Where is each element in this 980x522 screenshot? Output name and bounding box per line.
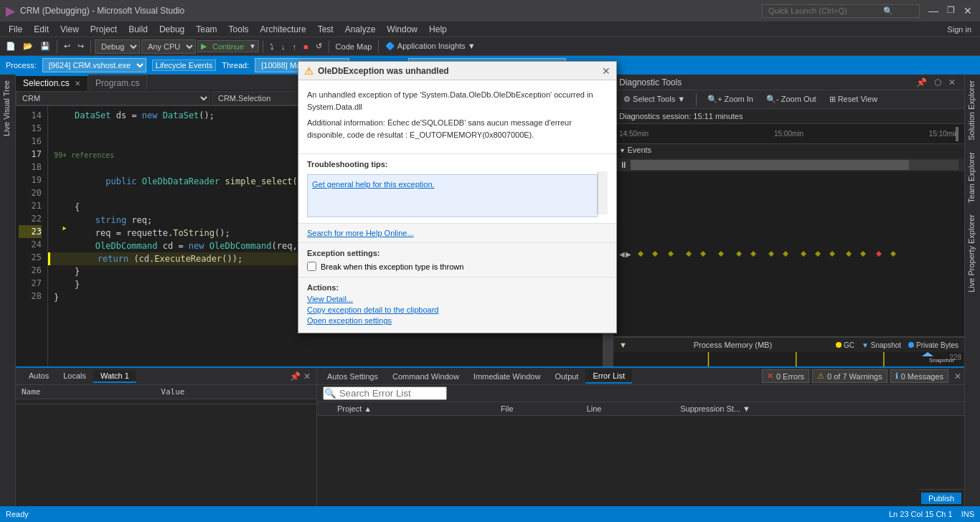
actions-title: Actions: — [307, 283, 608, 292]
menu-help[interactable]: Help — [423, 23, 453, 36]
nav-right-icon[interactable]: ▶ — [626, 250, 631, 258]
immediate-window-tab[interactable]: Immediate Window — [466, 370, 548, 383]
exception-actions: Actions: View Detail... Copy exception d… — [298, 277, 616, 333]
search-box[interactable]: 🔍 — [762, 4, 920, 18]
panel-controls: 📌 ⬡ ✕ — [913, 76, 958, 89]
stop-button[interactable]: ■ — [301, 42, 311, 52]
reset-view-button[interactable]: ⊞ Reset View — [825, 93, 882, 105]
troubleshooting-tips: Troubleshooting tips: Get general help f… — [298, 154, 616, 224]
col-suppression[interactable]: Suppression St... ▼ — [674, 402, 964, 416]
quick-launch-input[interactable] — [768, 6, 883, 15]
tab-close-selection[interactable]: ✕ — [75, 80, 80, 87]
filter-icon[interactable]: ▼ — [743, 404, 750, 413]
menu-window[interactable]: Window — [381, 23, 423, 36]
status-right: Ln 23 Col 15 Ch 1 INS — [889, 510, 974, 518]
pin-button[interactable]: 📌 — [913, 76, 930, 89]
search-help-link[interactable]: Search for more Help Online... — [307, 229, 414, 237]
menu-debug[interactable]: Debug — [154, 23, 190, 36]
menu-file[interactable]: File — [3, 23, 28, 36]
code-map-button[interactable]: Code Map — [333, 42, 375, 52]
output-tab[interactable]: Output — [547, 370, 585, 383]
menu-architecture[interactable]: Architecture — [255, 23, 312, 36]
new-project-button[interactable]: 📄 — [3, 41, 19, 52]
tips-scrollbar[interactable] — [598, 171, 608, 214]
team-explorer-tab[interactable]: Team Explorer — [965, 146, 980, 209]
open-button[interactable]: 📂 — [20, 41, 36, 52]
platform-dropdown[interactable]: Any CPU — [141, 39, 196, 54]
save-all-button[interactable]: 💾 — [37, 41, 53, 52]
debug-mode-dropdown[interactable]: Debug — [95, 39, 140, 54]
close-button[interactable]: ✕ — [961, 5, 974, 16]
error-list-tab[interactable]: Error List — [585, 369, 632, 384]
menu-project[interactable]: Project — [85, 23, 123, 36]
pause-button[interactable]: ⏸ — [619, 160, 628, 170]
zoom-out-button[interactable]: 🔍- Zoom Out — [762, 93, 821, 105]
minimize-button[interactable]: — — [927, 5, 940, 16]
ins-mode: INS — [961, 510, 974, 518]
command-window-tab[interactable]: Command Window — [385, 370, 466, 383]
col-project[interactable]: Project ▲ — [331, 402, 495, 416]
warnings-badge[interactable]: ⚠ 0 of 7 Warnings — [812, 369, 887, 383]
step-over-button[interactable]: ⤵ — [267, 42, 277, 52]
tab-selection-cs[interactable]: Selection.cs ✕ — [16, 75, 88, 90]
col-line[interactable]: Line — [581, 402, 675, 416]
error-badges: ✕ 0 Errors ⚠ 0 of 7 Warnings ℹ 0 Message… — [762, 369, 961, 383]
watch-table: Name Value — [16, 385, 316, 404]
solution-explorer-tab[interactable]: Solution Explorer — [965, 75, 980, 146]
restore-button[interactable]: ❐ — [944, 5, 957, 16]
watch-name-cell[interactable] — [16, 399, 155, 404]
undo-button[interactable]: ↩ — [61, 41, 73, 52]
exception-close-button[interactable]: ✕ — [602, 65, 611, 77]
watch-close-button[interactable]: ✕ — [303, 371, 311, 381]
col-file[interactable]: File — [495, 402, 581, 416]
copy-detail-link[interactable]: Copy exception detail to the clipboard — [307, 305, 608, 314]
select-tools-button[interactable]: ⚙ Select Tools ▼ — [619, 93, 689, 105]
events-diamonds-row: ◀ ▶ — [613, 171, 964, 337]
messages-badge[interactable]: ℹ 0 Messages — [890, 369, 948, 383]
lifecycle-events-button[interactable]: Lifecycle Events — [152, 60, 216, 71]
autos-settings-tab[interactable]: Autos Settings — [320, 370, 385, 383]
sign-in-link[interactable]: Sign in — [941, 24, 977, 35]
break-exception-checkbox[interactable] — [307, 262, 316, 271]
errors-badge[interactable]: ✕ 0 Errors — [762, 369, 809, 383]
live-visual-tree-tab[interactable]: Live Visual Tree — [0, 75, 15, 142]
app-insights-button[interactable]: 🔷 Application Insights ▼ — [382, 41, 478, 52]
live-property-explorer-tab[interactable]: Live Property Explorer — [965, 209, 980, 298]
watch-value-cell[interactable] — [155, 399, 316, 404]
menu-tools[interactable]: Tools — [223, 23, 255, 36]
menu-team[interactable]: Team — [190, 23, 222, 36]
error-search-input[interactable] — [323, 386, 447, 400]
redo-button[interactable]: ↪ — [75, 41, 87, 52]
menu-build[interactable]: Build — [123, 23, 154, 36]
process-dropdown[interactable]: [9624] CRM.vshost.exe — [42, 58, 146, 72]
step-into-button[interactable]: ↓ — [278, 42, 288, 52]
dropdown-icon: ▼ — [677, 95, 685, 103]
nav-left-icon[interactable]: ◀ — [619, 250, 625, 258]
zoom-in-button[interactable]: 🔍+ Zoom In — [703, 93, 758, 105]
watch-1-tab[interactable]: Watch 1 — [93, 370, 136, 383]
menu-edit[interactable]: Edit — [28, 23, 55, 36]
locals-tab[interactable]: Locals — [56, 370, 93, 383]
autos-tab[interactable]: Autos — [22, 370, 56, 383]
open-settings-link[interactable]: Open exception settings — [307, 316, 608, 325]
menu-analyze[interactable]: Analyze — [339, 23, 382, 36]
events-header[interactable]: Events — [619, 146, 958, 154]
step-out-button[interactable]: ↑ — [289, 42, 299, 52]
view-detail-link[interactable]: View Detail... — [307, 295, 608, 303]
publish-button[interactable]: Publish — [921, 493, 961, 504]
memory-expand-icon[interactable]: ▼ — [619, 341, 627, 349]
menu-test[interactable]: Test — [312, 23, 339, 36]
title-bar: ▶ CRM (Debugging) - Microsoft Visual Stu… — [0, 0, 980, 22]
tab-program-cs[interactable]: Program.cs — [88, 75, 147, 90]
menu-bar: File Edit View Project Build Debug Team … — [0, 22, 980, 37]
tab-label: Selection.cs — [23, 78, 70, 88]
watch-pin-button[interactable]: 📌 — [290, 371, 301, 381]
namespace-dropdown[interactable]: CRM — [16, 91, 210, 105]
menu-view[interactable]: View — [55, 23, 85, 36]
more-options-button[interactable]: ✕ — [954, 371, 961, 381]
get-help-link[interactable]: Get general help for this exception. — [312, 180, 435, 189]
continue-button[interactable]: ▶ Continue ▼ — [197, 40, 259, 52]
float-button[interactable]: ⬡ — [931, 76, 944, 89]
restart-button[interactable]: ↺ — [313, 41, 325, 52]
close-panel-button[interactable]: ✕ — [946, 76, 958, 89]
